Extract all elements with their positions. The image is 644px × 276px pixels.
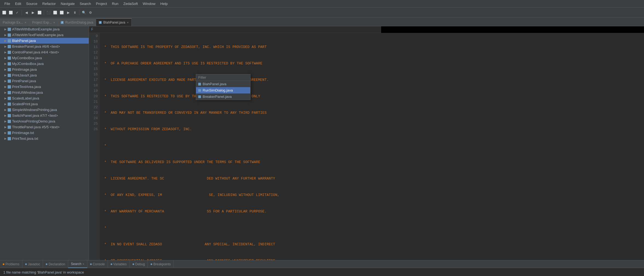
sidebar-item-blahpanel[interactable]: ▶ BlahPanel.java	[0, 38, 89, 44]
breakpoints-dot	[151, 263, 152, 265]
sidebar-item-textareaprinting[interactable]: ▶ TextAreaPrintingDemo.java	[0, 118, 89, 124]
tab-project-explorer[interactable]: Project Exp... ×	[29, 18, 58, 26]
sidebar-item-atitlewithbuttonexample[interactable]: ▶ ATitleWithButtonExample.java	[0, 26, 89, 32]
sidebar-item-label: PrintJavaX.java	[12, 73, 37, 77]
sidebar-item-controlpanel[interactable]: ▶ ControlPanel.java #4/4 <text>	[0, 49, 89, 55]
sidebar-file-icon	[8, 39, 11, 42]
bottom-tab-problems[interactable]: Problems	[0, 260, 22, 268]
line-num-21: 21	[89, 99, 98, 105]
code-line-9: * THIS SOFTWARE IS THE PROPERTY OF ZEDAS…	[102, 44, 642, 50]
sidebar-arrow: ▶	[4, 51, 7, 54]
sidebar-arrow: ▶	[4, 62, 7, 65]
code-line-15: *	[102, 143, 642, 149]
menu-navigate[interactable]: Navigate	[59, 1, 77, 6]
sidebar-arrow: ▶	[4, 131, 7, 134]
tab-package-explorer[interactable]: Package Ex... ×	[0, 18, 29, 26]
toolbar-btn-5[interactable]: ▶	[30, 10, 36, 16]
toolbar-btn-7[interactable]: ⬛	[45, 10, 51, 16]
tab-project-explorer-close[interactable]: ×	[53, 21, 55, 24]
menu-source[interactable]: Source	[24, 1, 39, 6]
dropdown-item-blahpanel[interactable]: BlahPanel.java	[196, 81, 250, 87]
toolbar-btn-13[interactable]: ⚙	[87, 10, 93, 16]
editor-content[interactable]: 9 10 11 12 13 14 15 16 17 18 19 20 21 22…	[89, 33, 644, 260]
menu-zedasoft[interactable]: ZedaSoft	[121, 1, 140, 6]
sidebar-arrow: ▶	[4, 68, 7, 71]
toolbar-btn-11[interactable]: ⏸	[72, 10, 78, 16]
sidebar-item-switchpanel[interactable]: ▶ SwitchPanel.java #7/7 <text>	[0, 113, 89, 118]
toolbar-btn-12[interactable]: 🔍	[81, 10, 87, 16]
line-num-17: 17	[89, 77, 98, 83]
sidebar-arrow: ▶	[4, 39, 7, 42]
sidebar-file-icon	[8, 33, 11, 37]
tab-runsim-label: RunSimDialog.java	[65, 21, 93, 24]
sidebar-item-printimage[interactable]: ▶ PrintImage.java	[0, 67, 89, 72]
bottom-tab-declaration[interactable]: Declaration	[43, 260, 68, 268]
toolbar-btn-4[interactable]: ◀	[23, 10, 29, 16]
code-line-10: * OF A PURCHASE ORDER AGREEMENT AND ITS …	[102, 61, 642, 66]
sidebar-item-label: PrintTextArea.java	[12, 85, 41, 89]
menu-refactor[interactable]: Refactor	[40, 1, 58, 6]
editor-area: F 9 10 11 12 13 14 15 16 17 18 19 20 21 …	[89, 26, 644, 260]
sidebar-item-printjavax[interactable]: ▶ PrintJavaX.java	[0, 72, 89, 78]
dropdown-item-runsim[interactable]: RunSimDialog.java	[196, 87, 250, 93]
bottom-tab-search-close[interactable]: ×	[82, 262, 84, 266]
sidebar-item-label: TextAreaPrintingDemo.java	[12, 119, 55, 123]
sidebar-item-scaledlabel[interactable]: ▶ ScaledLabel.java	[0, 95, 89, 101]
sidebar-item-simplewindowsprinting[interactable]: ▶ SimpleWindowsPrinting.java	[0, 107, 89, 113]
sidebar-item-mycombobox[interactable]: ▶ MyComboBox.java	[0, 55, 89, 61]
toolbar-btn-2[interactable]: ⬜	[8, 10, 14, 16]
sidebar-item-printimage-txt[interactable]: ▶ PrintImage.txt	[0, 130, 89, 136]
menu-window[interactable]: Window	[140, 1, 157, 6]
sidebar-item-label: ScaledPrint.java	[12, 102, 38, 106]
code-area[interactable]: * THIS SOFTWARE IS THE PROPERTY OF ZEDAS…	[100, 33, 644, 260]
bottom-tab-search[interactable]: Search ×	[68, 260, 87, 268]
sidebar-item-printtextarea[interactable]: ▶ PrintTextArea.java	[0, 84, 89, 90]
tab-blahpanel-label: BlahPanel.java	[103, 21, 125, 24]
sidebar-item-breakerpanel[interactable]: ▶ BreakerPanel.java #6/6 <text>	[0, 44, 89, 49]
tab-package-explorer-close[interactable]: ×	[25, 21, 26, 24]
sidebar-item-throttlepanel[interactable]: ▶ ThrottlePanel.java #5/5 <text>	[0, 124, 89, 130]
editor-breadcrumb: F	[91, 27, 93, 32]
tab-runsim[interactable]: J RunSimDialog.java	[58, 18, 96, 26]
bottom-tab-javadoc[interactable]: Javadoc	[22, 260, 43, 268]
toolbar-btn-10[interactable]: ▶	[65, 10, 71, 16]
tab-blahpanel-close[interactable]: ×	[127, 21, 128, 24]
toolbar-btn-9[interactable]: ⬜	[59, 10, 65, 16]
sidebar-item-printpanel[interactable]: ▶ PrintPanel.java	[0, 78, 89, 84]
code-line-12: * THIS SOFTWARE IS RESTRICTED TO USE BY …	[102, 94, 642, 99]
menu-run[interactable]: Run	[110, 1, 121, 6]
toolbar-btn-6[interactable]: ⬜	[36, 10, 42, 16]
tab-project-explorer-label: Project Exp...	[32, 21, 51, 24]
line-num-23: 23	[89, 110, 98, 116]
bottom-tab-debug[interactable]: Debug	[130, 260, 148, 268]
sidebar-item-scaledprint[interactable]: ▶ ScaledPrint.java	[0, 101, 89, 107]
bottom-tab-variables[interactable]: Variables	[108, 260, 130, 268]
line-num-18: 18	[89, 83, 98, 88]
menu-project[interactable]: Project	[94, 1, 109, 6]
toolbar-btn-1[interactable]: ⬜	[1, 10, 7, 16]
sidebar-arrow: ▶	[4, 97, 7, 100]
menu-search[interactable]: Search	[77, 1, 93, 6]
sidebar-file-icon	[8, 91, 11, 94]
toolbar-btn-8[interactable]: ⬜	[52, 10, 58, 16]
sidebar-item-label: SimpleWindowsPrinting.java	[12, 108, 57, 112]
sidebar-item-label: ScaledLabel.java	[12, 96, 39, 100]
menu-edit[interactable]: Edit	[13, 1, 23, 6]
line-num-26: 26	[89, 127, 98, 132]
bottom-tab-console[interactable]: Console	[87, 260, 108, 268]
bottom-tab-breakpoints[interactable]: Breakpoints	[148, 260, 174, 268]
debug-dot	[133, 263, 134, 265]
menu-file[interactable]: File	[2, 1, 12, 6]
javadoc-dot	[25, 263, 27, 265]
sidebar-item-myjcombobox[interactable]: ▶ MyJComboBox.java	[0, 61, 89, 67]
menu-help[interactable]: Help	[158, 1, 170, 6]
sidebar-item-printuiwindow[interactable]: ▶ PrintUIWindow.java	[0, 90, 89, 95]
sidebar-item-printtext-txt[interactable]: ▶ PrintText.java.txt	[0, 136, 89, 141]
dropdown-item-breakerpanel[interactable]: BreakerPanel.java	[196, 93, 250, 100]
code-line-18: * OF ANY KIND, EXPRESS, IM SE, INCLUDING…	[102, 192, 642, 198]
toolbar-btn-3[interactable]: ✓	[14, 10, 20, 16]
declaration-dot	[46, 263, 47, 265]
line-num-14: 14	[89, 61, 98, 66]
tab-blahpanel[interactable]: J BlahPanel.java ×	[96, 18, 132, 26]
sidebar-item-atitlewithtext[interactable]: ▶ ATitleWithTextFieldExample.java	[0, 32, 89, 38]
